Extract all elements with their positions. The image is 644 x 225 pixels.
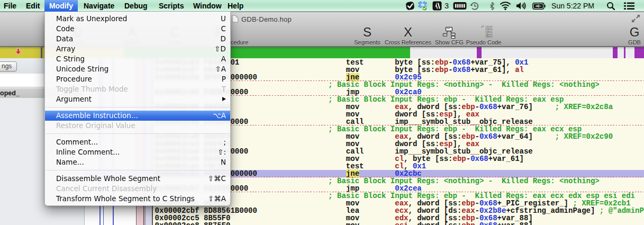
- asm-operand-token: al: [515, 66, 524, 74]
- menu-item-name[interactable]: Name...N: [45, 157, 230, 167]
- asm-comment: ; XREF=0x2c90: [555, 132, 613, 141]
- toolbar-button-cross-references[interactable]: XCross References: [384, 26, 432, 46]
- asm-comment: ; XREF=0x2c8a: [555, 103, 613, 111]
- toolbar-button-label: GDB: [611, 40, 644, 46]
- asm-operand-token: 0x68: [479, 103, 497, 111]
- menu-item-transform-whole-segment-to-c-strings[interactable]: Transform Whole Segment to C Strings⇧⌘A: [45, 194, 230, 204]
- menu-item-cancel-current-disassembly: Cancel Current Disassembly: [45, 184, 230, 194]
- menu-item-shortcut: ⇧:: [217, 147, 226, 157]
- menu-item-array[interactable]: Array⇧D: [45, 44, 230, 54]
- notification-center-icon[interactable]: [624, 0, 634, 12]
- menubar-item-scripts[interactable]: Scripts: [159, 0, 184, 12]
- toolbar-button-pseudo-code[interactable]: if (argcCGPoiCGRectRecttRectPseudo Code: [460, 26, 507, 46]
- toolbar-button-gdb[interactable]: GGDB: [611, 26, 644, 46]
- toolbar-letter-icon: G: [611, 26, 644, 39]
- menu-item-shortcut: ⇧⌘A: [208, 194, 226, 204]
- menu-item-label: Code: [56, 24, 221, 34]
- menu-item-label: Mark as Unexplored: [56, 14, 221, 24]
- menu-item-shortcut: ;: [223, 137, 226, 147]
- asm-operand-token: +var_76]: [497, 103, 533, 111]
- menu-item-code[interactable]: CodeC: [45, 24, 230, 34]
- menu-item-shortcut: ⇧D: [214, 44, 226, 54]
- menu-item-label: Assemble Instruction...: [56, 111, 213, 121]
- adobe-icon[interactable]: 3: [432, 0, 449, 12]
- menubar-clock[interactable]: Sun 5:22 PM: [551, 2, 594, 10]
- menu-item-comment[interactable]: Comment...;: [45, 137, 230, 147]
- asm-operand-token: +var_64]: [497, 132, 533, 141]
- menu-item-data[interactable]: DataD: [45, 34, 230, 44]
- menubar-item-modify[interactable]: Modify: [44, 0, 78, 12]
- menu-item-disassemble-whole-segment[interactable]: Disassemble Whole Segment⇧⌘C: [45, 174, 230, 184]
- menu-item-shortcut: A: [221, 54, 226, 64]
- evernote-icon[interactable]: [405, 0, 415, 12]
- menu-item-label: Comment...: [56, 137, 223, 147]
- volume-icon[interactable]: [516, 0, 527, 12]
- asm-instruction-row[interactable]: 0x00002cc8 8B75F0 mov esi, dword [ss:ebp…: [85, 222, 644, 225]
- menu-item-restore-original-value: Restore Original Value: [45, 121, 230, 131]
- asm-comment: ; @"adminPage": [600, 206, 644, 215]
- menu-separator: [45, 167, 230, 174]
- bluetooth-icon[interactable]: [489, 0, 495, 12]
- asm-operand-token: +var_61],: [470, 66, 515, 74]
- nav-current-arrow-icon: [14, 48, 22, 57]
- menu-separator: [45, 104, 230, 111]
- spotlight-icon[interactable]: [606, 0, 615, 12]
- menu-item-mark-as-unexplored[interactable]: Mark as UnexploredU: [45, 14, 230, 24]
- toolbar-letter-icon: X: [384, 26, 432, 39]
- menu-item-shortcut: ⇧A: [215, 64, 226, 74]
- wifi-icon[interactable]: [500, 0, 511, 12]
- menu-item-label: Argument: [56, 94, 222, 104]
- menu-item-c-string[interactable]: C StringA: [45, 54, 230, 64]
- asm-operand-token: -: [466, 155, 470, 163]
- menubar-item-navigate[interactable]: Navigate: [84, 0, 114, 12]
- battery-icon[interactable]: [532, 0, 546, 12]
- toolbar-button-label: Pseudo Code: [460, 40, 507, 46]
- dropbox-icon[interactable]: [417, 0, 428, 12]
- document-proxy-icon[interactable]: [231, 15, 239, 25]
- asm-operand-token: 0x68: [470, 155, 488, 163]
- time-machine-icon[interactable]: [470, 0, 479, 12]
- asm-operand-token: ebp: [453, 155, 466, 163]
- menu-item-procedure[interactable]: ProcedureP: [45, 74, 230, 84]
- menu-item-shortcut: ⇧⌘C: [208, 174, 226, 184]
- menu-item-label: Inline Comment...: [56, 147, 217, 157]
- menubar-item-edit[interactable]: Edit: [26, 0, 40, 12]
- menu-item-shortcut: ⌥A: [213, 111, 226, 121]
- asm-operand-token: +var_61]: [488, 155, 524, 163]
- menu-item-inline-comment[interactable]: Inline Comment...⇧:: [45, 147, 230, 157]
- menu-item-label: Cancel Current Disassembly: [56, 184, 226, 194]
- asm-operand-token: ebp: [435, 66, 448, 74]
- menu-item-label: C String: [56, 54, 221, 64]
- menubar-item-window[interactable]: Window: [193, 0, 222, 12]
- asm-operand-token: -: [475, 221, 479, 225]
- menu-bar: FileEditModifyNavigateDebugScriptsWindow…: [0, 0, 644, 12]
- keyboard-icon[interactable]: [453, 0, 467, 12]
- modify-menu-dropdown: Mark as UnexploredUCodeCDataDArray⇧DC St…: [44, 12, 231, 206]
- menu-item-assemble-instruction[interactable]: Assemble Instruction...⌥A: [45, 111, 230, 121]
- fullscreen-icon[interactable]: [631, 14, 640, 25]
- asm-instruction-row[interactable]: 0x00002cbf 8D88561B0000 lea ecx, dword […: [85, 207, 644, 214]
- menu-item-label: Disassemble Whole Segment: [56, 174, 208, 184]
- asm-operand-token: +var_88]: [497, 221, 533, 225]
- submenu-arrow-icon: [222, 97, 226, 101]
- menubar-item-help[interactable]: Help: [228, 0, 243, 12]
- sidebar-tab-strings[interactable]: ngs: [0, 61, 17, 71]
- menu-item-label: Data: [56, 34, 221, 44]
- menubar-item-file[interactable]: File: [4, 0, 16, 12]
- asm-mnemonic: mov: [346, 221, 359, 225]
- menu-item-shortcut: P: [222, 74, 226, 84]
- menu-item-shortcut: D: [221, 34, 226, 44]
- asm-operand-token: -: [448, 66, 452, 74]
- asm-instruction-row[interactable]: 0x00002cc5 8B55F0 mov edx, dword [ss:ebp…: [85, 214, 644, 222]
- asm-operand-token: ebp: [461, 221, 475, 225]
- sidebar-selected-item-label: oped_: [0, 89, 20, 97]
- menubar-item-debug[interactable]: Debug: [124, 0, 148, 12]
- menu-item-argument[interactable]: Argument: [45, 94, 230, 104]
- nav-position-tick: [41, 47, 42, 58]
- menu-item-label: Toggle Thumb Mode: [56, 84, 222, 94]
- menu-item-unicode-string[interactable]: Unicode String⇧A: [45, 64, 230, 74]
- window-title: GDB-Demo.hop: [241, 15, 292, 23]
- adobe-badge-count: 3: [445, 2, 449, 10]
- menu-item-label: Procedure: [56, 74, 222, 84]
- menu-item-label: Unicode String: [56, 64, 215, 74]
